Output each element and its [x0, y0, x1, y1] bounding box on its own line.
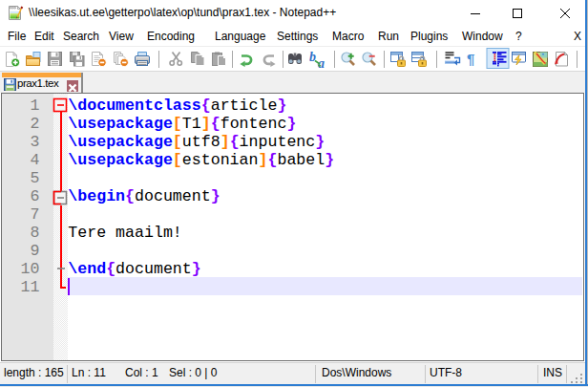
svg-text:¶: ¶ — [467, 51, 474, 67]
svg-text:b: b — [309, 50, 316, 64]
